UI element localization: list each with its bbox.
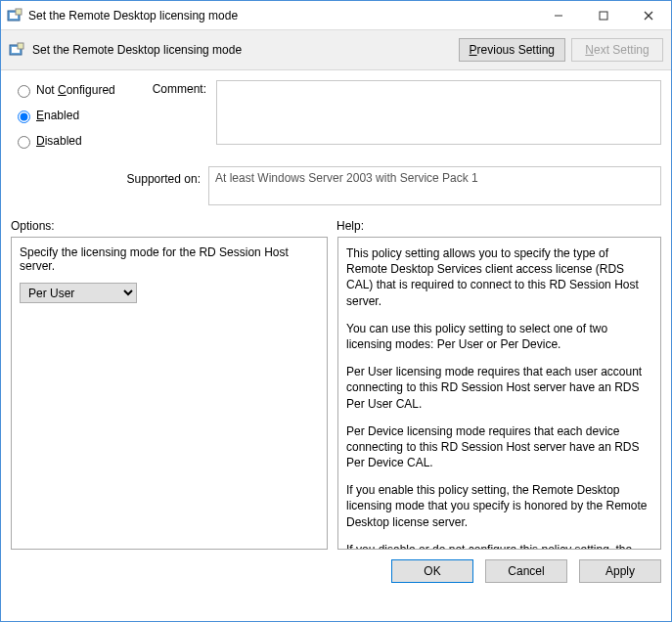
radio-enabled[interactable]: Enabled — [13, 108, 130, 123]
svg-rect-4 — [600, 12, 607, 20]
help-paragraph: This policy setting allows you to specif… — [346, 245, 652, 309]
help-paragraph: If you disable or do not configure this … — [346, 542, 652, 550]
radio-disabled[interactable]: Disabled — [13, 133, 130, 149]
previous-setting-button[interactable]: Previous Setting — [459, 38, 565, 62]
minimize-button[interactable] — [536, 1, 581, 30]
comment-label: Comment: — [134, 82, 206, 96]
dialog-footer: OK Cancel Apply — [1, 550, 671, 593]
comment-textarea[interactable] — [216, 80, 661, 145]
help-paragraph: If you enable this policy setting, the R… — [346, 482, 652, 530]
policy-title: Set the Remote Desktop licensing mode — [32, 43, 242, 57]
radio-not-configured-label: Not Configured — [36, 83, 115, 97]
radio-enabled-label: Enabled — [36, 109, 79, 122]
radio-enabled-input[interactable] — [18, 111, 30, 123]
help-paragraph: Per Device licensing mode requires that … — [346, 423, 652, 471]
supported-on-value: At least Windows Server 2003 with Servic… — [208, 166, 661, 205]
supported-on-label: Supported on: — [13, 166, 208, 205]
options-panel: Specify the licensing mode for the RD Se… — [11, 237, 328, 550]
svg-rect-9 — [18, 43, 23, 49]
help-paragraph: Per User licensing mode requires that ea… — [346, 364, 652, 412]
radio-not-configured-input[interactable] — [18, 85, 30, 98]
close-button[interactable] — [626, 1, 671, 30]
ok-button[interactable]: OK — [391, 559, 473, 583]
maximize-button[interactable] — [581, 1, 626, 30]
help-panel: This policy setting allows you to specif… — [337, 237, 661, 550]
policy-icon — [9, 42, 24, 58]
next-setting-button[interactable]: Next Setting — [571, 38, 663, 62]
titlebar: Set the Remote Desktop licensing mode — [1, 1, 671, 30]
toolbar: Set the Remote Desktop licensing mode Pr… — [1, 30, 671, 70]
radio-disabled-label: Disabled — [36, 134, 82, 148]
apply-button[interactable]: Apply — [579, 559, 661, 583]
options-section-label: Options: — [11, 219, 336, 233]
help-section-label: Help: — [336, 219, 661, 233]
window-title: Set the Remote Desktop licensing mode — [28, 9, 238, 22]
gpo-icon — [7, 8, 22, 23]
svg-rect-2 — [16, 9, 22, 15]
radio-not-configured[interactable]: Not Configured — [13, 82, 130, 98]
cancel-button[interactable]: Cancel — [485, 559, 567, 583]
options-prompt: Specify the licensing mode for the RD Se… — [20, 245, 319, 273]
help-paragraph: You can use this policy setting to selec… — [346, 321, 652, 352]
licensing-mode-select[interactable]: Per User — [20, 283, 137, 303]
radio-disabled-input[interactable] — [18, 136, 30, 149]
